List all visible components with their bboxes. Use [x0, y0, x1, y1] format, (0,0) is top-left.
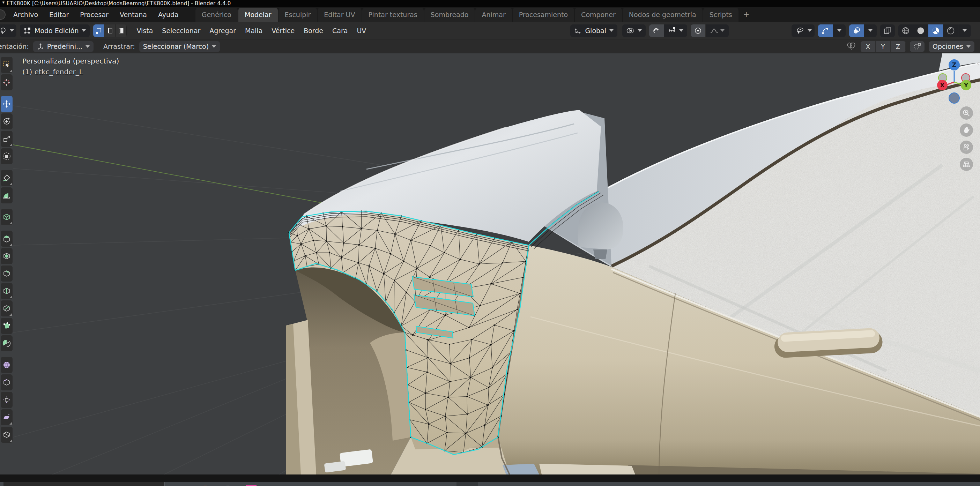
tool-rotate[interactable]	[1, 113, 13, 129]
tool-add-cube[interactable]	[1, 209, 13, 225]
bottom-editor-divider[interactable]	[0, 475, 980, 482]
tool-smooth[interactable]	[1, 357, 13, 373]
tab-editar-uv[interactable]: Editar UV	[318, 8, 361, 22]
menu-malla[interactable]: Malla	[241, 25, 267, 36]
tab-animar[interactable]: Animar	[475, 8, 512, 22]
tab-componer[interactable]: Componer	[575, 8, 622, 22]
bottom-editor-sliver[interactable]	[0, 482, 980, 486]
sidebar-collapse-icon[interactable]: ‹	[977, 60, 980, 67]
visibility-dropdown[interactable]	[792, 24, 815, 37]
camera-view-icon	[962, 143, 970, 151]
select-mode-vertex-button[interactable]	[93, 24, 104, 37]
workspace-tabs: Genérico Modelar Esculpir Editar UV Pint…	[196, 7, 754, 22]
select-mode-face-button[interactable]	[116, 24, 127, 37]
shading-wireframe-button[interactable]	[898, 24, 913, 37]
xray-toggle[interactable]	[880, 24, 895, 37]
tab-modelar[interactable]: Modelar	[239, 8, 278, 22]
shading-solid-button[interactable]	[913, 24, 928, 37]
mirror-z-button[interactable]: Z	[891, 41, 906, 52]
zoom-button[interactable]	[960, 106, 973, 120]
menu-uv[interactable]: UV	[353, 25, 370, 36]
menu-seleccionar[interactable]: Seleccionar	[158, 25, 205, 36]
active-object-label: (1) etkc_fender_L	[22, 68, 119, 76]
tool-move[interactable]	[1, 96, 13, 112]
proportional-edit-icon	[694, 27, 702, 35]
tool-extrude-region[interactable]	[1, 230, 13, 247]
ortho-toggle-button[interactable]	[960, 158, 973, 171]
tool-inset-faces[interactable]	[1, 248, 13, 264]
proportional-edit-toggle[interactable]	[690, 24, 705, 37]
shading-dropdown[interactable]	[958, 24, 971, 37]
menu-vista[interactable]: Vista	[132, 25, 157, 36]
window-title: * ETK800K [C:\Users\USUARIO\Desktop\Mods…	[2, 0, 231, 6]
viewport-3d[interactable]: Personalizada (perspectiva) (1) etkc_fen…	[0, 53, 980, 475]
overlays-toggle[interactable]	[849, 24, 864, 37]
shading-material-button[interactable]	[928, 24, 943, 37]
tool-shear[interactable]	[1, 409, 13, 425]
navigation-gizmo[interactable]: Z X Y	[933, 56, 975, 108]
menu-agregar[interactable]: Agregar	[205, 25, 240, 36]
menu-borde[interactable]: Borde	[299, 25, 328, 36]
menu-ayuda[interactable]: Ayuda	[153, 10, 184, 20]
menu-procesar[interactable]: Procesar	[75, 10, 113, 20]
axis-neg-z-ball[interactable]	[949, 93, 959, 103]
select-mode-edge-button[interactable]	[104, 24, 116, 37]
tab-esculpir[interactable]: Esculpir	[278, 8, 317, 22]
tab-pintar-texturas[interactable]: Pintar texturas	[362, 8, 424, 22]
menu-archivo[interactable]: Archivo	[8, 10, 43, 20]
transform-orientation-dropdown[interactable]: Global	[570, 24, 617, 37]
scale-icon	[2, 135, 11, 143]
mirror-x-button[interactable]: X	[861, 41, 876, 52]
pivot-point-dropdown[interactable]	[622, 24, 646, 37]
menu-editar[interactable]: Editar	[45, 10, 74, 20]
tab-sombreado[interactable]: Sombreado	[425, 8, 475, 22]
snap-toggle-button[interactable]	[649, 24, 664, 37]
gizmos-dropdown[interactable]	[833, 24, 846, 37]
tool-cursor[interactable]	[1, 74, 13, 91]
menu-cara[interactable]: Cara	[328, 25, 352, 36]
tool-poly-build[interactable]	[1, 318, 13, 334]
blender-logo-icon[interactable]	[0, 10, 6, 20]
mirror-y-button[interactable]: Y	[876, 41, 891, 52]
tab-generico[interactable]: Genérico	[196, 8, 238, 22]
camera-view-button[interactable]	[960, 141, 973, 154]
tool-settings-bar: Orientación: Predefini... Arrastrar: Sel…	[0, 39, 980, 53]
add-workspace-button[interactable]: +	[739, 7, 754, 22]
tool-scale[interactable]	[1, 131, 13, 147]
menu-ventana[interactable]: Ventana	[115, 10, 152, 20]
gizmos-toggle[interactable]	[818, 24, 833, 37]
editor-type-dropdown[interactable]	[0, 24, 16, 37]
tool-loop-cut[interactable]	[1, 283, 13, 299]
snap-base-button[interactable]	[910, 41, 924, 52]
tool-measure[interactable]	[1, 187, 13, 203]
falloff-dropdown[interactable]	[706, 24, 729, 37]
window-titlebar[interactable]: * ETK800K [C:\Users\USUARIO\Desktop\Mods…	[0, 0, 980, 7]
topbar: Archivo Editar Procesar Ventana Ayuda Ge…	[0, 7, 980, 22]
drag-mode-dropdown[interactable]: Seleccionar (Marco)	[139, 41, 220, 52]
mode-dropdown[interactable]: Modo Edición	[20, 24, 90, 37]
annotate-icon	[2, 174, 11, 182]
tab-scripts[interactable]: Scripts	[703, 8, 738, 22]
pan-button[interactable]	[960, 124, 973, 137]
tool-shrink-fatten[interactable]	[1, 392, 13, 408]
tool-transform[interactable]	[1, 148, 13, 164]
extrude-region-icon	[2, 235, 11, 243]
menu-vertice[interactable]: Vértice	[267, 25, 299, 36]
tool-knife[interactable]	[1, 300, 13, 316]
bottom-panel-box[interactable]	[3, 482, 165, 486]
tool-annotate[interactable]	[1, 170, 13, 186]
spin-icon	[2, 339, 11, 348]
tab-procesamiento[interactable]: Procesamiento	[513, 8, 574, 22]
options-dropdown[interactable]: Opciones	[929, 41, 974, 52]
tool-rip-region[interactable]	[1, 427, 13, 443]
snap-settings-dropdown[interactable]	[664, 24, 687, 37]
transform-preset-dropdown[interactable]: Predefini...	[33, 41, 94, 52]
tab-nodos-geometria[interactable]: Nodos de geometría	[623, 8, 703, 22]
tool-spin[interactable]	[1, 335, 13, 351]
tool-select-box[interactable]	[1, 57, 13, 73]
poly-build-icon	[2, 322, 11, 330]
tool-bevel[interactable]	[1, 265, 13, 281]
shading-rendered-button[interactable]	[943, 24, 958, 37]
tool-edge-slide[interactable]	[1, 374, 13, 391]
overlays-dropdown[interactable]	[864, 24, 877, 37]
